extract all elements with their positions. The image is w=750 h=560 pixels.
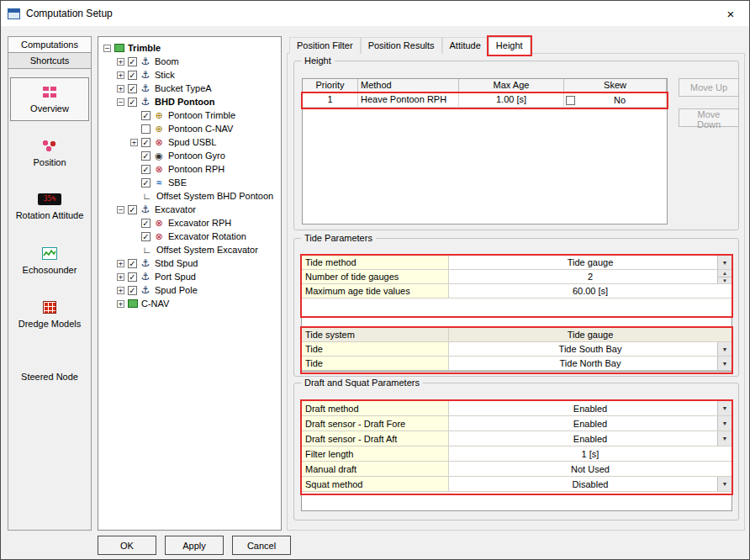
- tree-item-stick[interactable]: +✓⚓Stick: [100, 68, 279, 82]
- tree-item-checkbox[interactable]: ✓: [141, 178, 151, 188]
- button-move-down[interactable]: Move Down: [679, 108, 739, 127]
- tree-item-pontoon-gyro[interactable]: ✓◉Pontoon Gyro: [100, 149, 279, 162]
- tree-item-label: Port Spud: [154, 272, 196, 282]
- dropdown-arrow-icon[interactable]: ▼: [717, 342, 732, 356]
- tree-item-checkbox[interactable]: ✓: [141, 165, 151, 174]
- button-move-up[interactable]: Move Up: [679, 78, 739, 97]
- tree-item-excavator[interactable]: −✓⚓Excavator: [100, 203, 279, 216]
- tree-item-c-nav[interactable]: +C-NAV: [100, 297, 279, 310]
- dropdown-arrow-icon[interactable]: ▼: [717, 256, 732, 269]
- tree-item-label: Stbd Spud: [154, 258, 198, 268]
- expand-toggle-icon[interactable]: +: [130, 139, 138, 146]
- tab-attitude[interactable]: Attitude: [442, 37, 489, 54]
- tree-item-excavator-rotation[interactable]: ✓⊗Excavator Rotation: [100, 230, 279, 243]
- param-value[interactable]: Enabled▼: [449, 401, 732, 415]
- tree-item-checkbox[interactable]: ✓: [141, 151, 151, 161]
- sidebar-item-echosounder[interactable]: Echosounder: [10, 239, 89, 283]
- expand-toggle-icon[interactable]: +: [117, 71, 124, 79]
- param-value[interactable]: Disabled▼: [449, 477, 732, 491]
- dropdown-arrow-icon[interactable]: ▼: [717, 431, 732, 446]
- dropdown-arrow-icon[interactable]: ▼: [717, 477, 732, 491]
- height-table-header: PriorityMethodMax AgeSkew: [303, 79, 667, 93]
- expand-toggle-icon[interactable]: +: [117, 273, 124, 281]
- expand-toggle-icon[interactable]: −: [103, 45, 111, 52]
- tree-item-label: Excavator RPH: [167, 218, 231, 228]
- expand-toggle-icon[interactable]: +: [117, 85, 124, 92]
- tide-table-column-tide-system: Tide system: [302, 328, 449, 341]
- button-cancel[interactable]: Cancel: [232, 536, 291, 555]
- tide-table-body: TideTide South Bay▼TideTide North Bay▼: [302, 342, 732, 371]
- tree-item-bucket-typea[interactable]: +✓⚓Bucket TypeA: [100, 82, 279, 95]
- sidebar-tab-shortcuts[interactable]: Shortcuts: [8, 53, 91, 69]
- tree-item-excavator-rph[interactable]: ✓⊗Excavator RPH: [100, 216, 279, 230]
- tree-item-bhd-pontoon[interactable]: −✓⚓BHD Pontoon: [100, 95, 279, 108]
- tab-height[interactable]: Height: [489, 37, 531, 55]
- method-cell: Heave Pontoon RPH: [358, 93, 459, 108]
- tree-item-checkbox[interactable]: ✓: [128, 205, 137, 214]
- tree-item-sbe[interactable]: ✓≈SBE: [100, 176, 279, 189]
- param-value[interactable]: Enabled▼: [449, 431, 732, 446]
- tree-item-offset-system-bhd-pontoon[interactable]: ∟Offset System BHD Pontoon: [100, 189, 279, 203]
- tree-item-checkbox[interactable]: ✓: [128, 259, 137, 268]
- tree-item-boom[interactable]: +✓⚓Boom: [100, 55, 279, 68]
- param-value[interactable]: Tide South Bay▼: [449, 342, 732, 356]
- dropdown-arrow-icon[interactable]: ▼: [717, 416, 732, 431]
- column-header-skew: Skew: [564, 79, 667, 93]
- tree-item-checkbox[interactable]: [141, 124, 151, 134]
- param-row: Manual draftNot Used: [302, 462, 732, 477]
- priority-cell: 1: [303, 93, 358, 108]
- tree-item-stbd-spud[interactable]: +✓⚓Stbd Spud: [100, 256, 279, 270]
- button-apply[interactable]: Apply: [165, 536, 224, 555]
- spinner-down-icon[interactable]: ▼: [718, 277, 732, 284]
- tree-item-checkbox[interactable]: ✓: [141, 138, 151, 147]
- skew-checkbox[interactable]: [566, 96, 575, 105]
- expand-toggle-icon[interactable]: −: [117, 98, 124, 106]
- sidebar-item-rotation-attitude[interactable]: 35% Rotation Attitude: [10, 185, 89, 229]
- tree-item-checkbox[interactable]: ✓: [128, 286, 137, 295]
- expand-toggle-icon[interactable]: +: [117, 58, 124, 66]
- sidebar-tab-computations[interactable]: Computations: [8, 37, 91, 53]
- sidebar-item-label: Steered Node: [21, 372, 78, 382]
- tree-item-trimble[interactable]: −Trimble: [100, 41, 279, 55]
- sidebar-item-dredge-models[interactable]: Dredge Models: [10, 293, 89, 336]
- tree-item-checkbox[interactable]: ✓: [128, 84, 137, 93]
- tree-item-pontoon-rph[interactable]: ✓⊗Pontoon RPH: [100, 162, 279, 176]
- dropdown-arrow-icon[interactable]: ▼: [717, 357, 732, 370]
- tree-item-checkbox[interactable]: ✓: [128, 57, 137, 66]
- spinner-up-icon[interactable]: ▲: [718, 270, 732, 277]
- tree-item-offset-system-excavator[interactable]: ∟Offset System Excavator: [100, 243, 279, 256]
- param-value: 1 [s]: [449, 446, 732, 461]
- tree-item-checkbox[interactable]: ✓: [128, 71, 137, 80]
- expand-toggle-icon[interactable]: −: [117, 206, 124, 214]
- param-value[interactable]: Enabled▼: [449, 416, 732, 431]
- tree-item-checkbox[interactable]: ✓: [141, 111, 151, 120]
- tree-item-label: Pontoon C-NAV: [167, 124, 233, 134]
- tree-item-pontoon-trimble[interactable]: ✓⊕Pontoon Trimble: [100, 108, 279, 122]
- table-row[interactable]: 1Heave Pontoon RPH1.00 [s]No: [303, 93, 667, 108]
- param-value[interactable]: Tide North Bay▼: [449, 357, 732, 370]
- sidebar-item-overview[interactable]: Overview: [10, 77, 89, 121]
- tab-position-results[interactable]: Position Results: [361, 37, 442, 54]
- tree-item-checkbox[interactable]: ✓: [141, 219, 151, 228]
- tide-system-table: Tide systemTide gauge TideTide South Bay…: [302, 328, 732, 371]
- tree-item-checkbox[interactable]: ✓: [128, 272, 137, 282]
- dropdown-arrow-icon[interactable]: ▼: [717, 401, 732, 415]
- expand-toggle-icon[interactable]: +: [117, 260, 124, 267]
- tree-item-checkbox[interactable]: ✓: [141, 232, 151, 241]
- expand-toggle-icon[interactable]: +: [117, 300, 124, 308]
- expand-toggle-icon[interactable]: +: [117, 287, 124, 294]
- waves-icon: ≈: [153, 177, 165, 188]
- button-ok[interactable]: OK: [98, 536, 156, 555]
- param-value[interactable]: 2▲▼: [449, 270, 732, 283]
- tree-item-checkbox[interactable]: ✓: [128, 98, 137, 107]
- sidebar-item-steered-node[interactable]: Steered Node: [10, 346, 89, 390]
- tree-item-spud-usbl[interactable]: +✓⊗Spud USBL: [100, 135, 279, 149]
- tree-item-spud-pole[interactable]: +✓⚓Spud Pole: [100, 283, 279, 297]
- tree-item-pontoon-c-nav[interactable]: ⊕Pontoon C-NAV: [100, 122, 279, 135]
- spinner[interactable]: ▲▼: [717, 270, 732, 283]
- sidebar-item-position[interactable]: Position: [10, 131, 89, 175]
- tab-position-filter[interactable]: Position Filter: [289, 37, 361, 54]
- tree-item-port-spud[interactable]: +✓⚓Port Spud: [100, 270, 279, 283]
- close-icon[interactable]: ×: [712, 1, 749, 26]
- param-value[interactable]: Tide gauge▼: [449, 256, 732, 269]
